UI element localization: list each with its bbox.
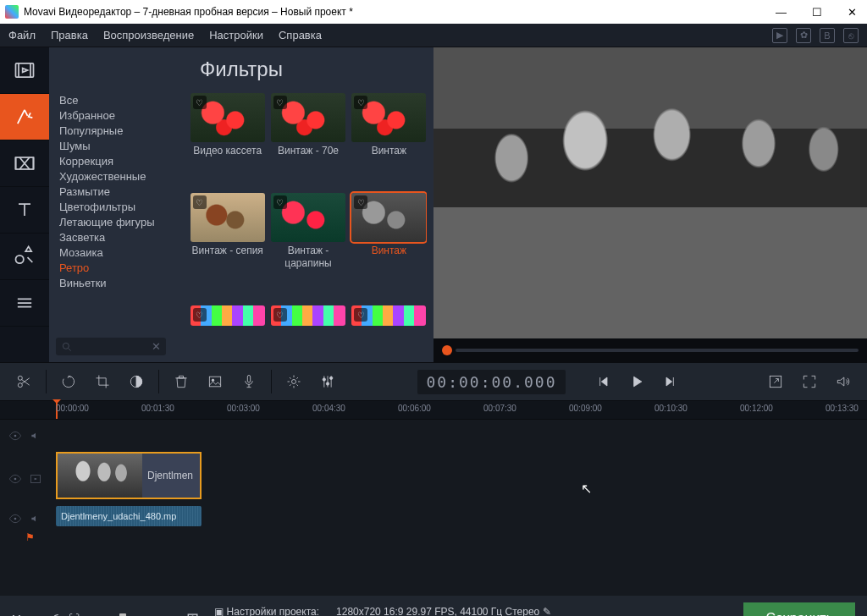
ruler-tick: 00:03:00 [227, 404, 260, 413]
favorite-icon[interactable]: ♡ [193, 195, 207, 209]
volume-button[interactable] [828, 368, 859, 395]
delete-button[interactable] [166, 368, 196, 395]
category-item[interactable]: Засветка [56, 230, 183, 245]
app-logo-icon [5, 5, 19, 19]
filter-item[interactable]: ♡Винтаж [351, 93, 427, 186]
edit-settings-icon[interactable]: ✎ [543, 606, 551, 616]
favorite-icon[interactable]: ♡ [354, 195, 367, 209]
equalizer-button[interactable] [312, 368, 343, 395]
clip-thumbnail [58, 454, 142, 498]
maximize-button[interactable]: ☐ [807, 4, 827, 20]
minimize-button[interactable]: — [770, 4, 792, 20]
audio-clip[interactable]: Djentlmeny_udachi_480.mp [56, 506, 202, 526]
share-icon[interactable]: ⎋ [843, 28, 859, 43]
filter-item[interactable]: ♡ [190, 305, 265, 355]
filter-label: Винтаж [372, 145, 406, 157]
category-item[interactable]: Популярные [56, 124, 183, 138]
tool-more[interactable] [0, 280, 49, 327]
popout-button[interactable] [760, 368, 791, 395]
scrub-track[interactable] [456, 349, 859, 352]
video-track: ★ Djentlmen [0, 452, 867, 506]
category-item[interactable]: Размытие [56, 184, 183, 199]
filter-grid: ♡Видео кассета♡Винтаж - 70е♡Винтаж♡Винта… [183, 93, 427, 355]
close-button[interactable]: ✕ [842, 4, 862, 20]
tool-shapes[interactable] [0, 234, 49, 280]
menu-file[interactable]: Файл [8, 29, 36, 41]
filter-item[interactable]: ♡Видео кассета [190, 93, 265, 186]
tool-filters[interactable] [0, 94, 49, 140]
category-item[interactable]: Художественные [56, 169, 183, 184]
tracks-area: ★ Djentlmen Djentlmeny_udachi_480.mp ⚑ [0, 420, 867, 596]
image-button[interactable] [200, 368, 230, 395]
filter-item[interactable]: ♡Винтаж - 70е [270, 93, 345, 186]
tool-titles[interactable] [0, 187, 49, 234]
playhead-dot-icon[interactable] [442, 345, 452, 355]
zoom-in-icon[interactable]: ⊞ [186, 609, 199, 616]
crop-button[interactable] [87, 368, 118, 395]
filter-item[interactable]: ♡ [351, 305, 427, 355]
next-frame-button[interactable] [655, 368, 686, 395]
ok-icon[interactable]: ✿ [796, 28, 811, 43]
clear-search-icon[interactable]: ✕ [152, 340, 161, 353]
category-item[interactable]: Ретро [56, 261, 183, 275]
timeline-ruler[interactable]: 00:00:0000:01:3000:03:0000:04:3000:06:00… [0, 401, 867, 420]
ruler-tick: 00:01:30 [141, 404, 174, 413]
category-search[interactable]: ✕ [56, 338, 166, 355]
prev-frame-button[interactable] [588, 368, 618, 395]
cut-button[interactable] [8, 368, 39, 395]
timecode-display: 00:00:00.000 [417, 370, 565, 394]
favorite-icon[interactable]: ♡ [273, 308, 287, 322]
category-item[interactable]: Мозаика [56, 245, 183, 260]
record-audio-button[interactable] [234, 368, 264, 395]
svg-point-12 [326, 382, 329, 385]
fullscreen-button[interactable] [794, 368, 825, 395]
rotate-button[interactable] [53, 368, 84, 395]
play-button[interactable] [621, 368, 652, 395]
category-item[interactable]: Виньетки [56, 276, 183, 290]
window-controls: — ☐ ✕ [770, 4, 862, 20]
filter-item[interactable]: ♡Винтаж - сепия [190, 193, 265, 299]
favorite-icon[interactable]: ♡ [354, 308, 367, 322]
svg-point-2 [16, 256, 24, 263]
filter-item[interactable]: ♡ [270, 305, 345, 355]
favorite-icon[interactable]: ♡ [354, 96, 367, 109]
youtube-icon[interactable]: ▶ [772, 28, 787, 43]
tool-media[interactable] [0, 47, 49, 94]
menu-playback[interactable]: Воспроизведение [103, 29, 194, 41]
scrub-bar[interactable] [434, 338, 867, 362]
svg-point-3 [63, 343, 69, 349]
category-item[interactable]: Шумы [56, 139, 183, 153]
clip-settings-button[interactable] [279, 368, 309, 395]
video-clip[interactable]: ★ Djentlmen [56, 452, 202, 499]
search-icon [61, 341, 73, 353]
vk-icon[interactable]: B [820, 28, 835, 43]
filter-label: Винтаж [372, 245, 406, 256]
category-item[interactable]: Цветофильтры [56, 200, 183, 214]
marker-icon[interactable]: ⚑ [25, 531, 35, 543]
filter-label: Винтаж - царапины [270, 245, 345, 269]
category-item[interactable]: Коррекция [56, 154, 183, 168]
favorite-icon[interactable]: ♡ [273, 96, 287, 109]
panel-title: Фильтры [56, 58, 427, 81]
zoom-fit-icon[interactable]: ⛶ [69, 613, 80, 617]
marker-track[interactable]: ⚑ [0, 531, 867, 547]
menu-settings[interactable]: Настройки [209, 29, 263, 41]
menu-help[interactable]: Справка [279, 29, 322, 41]
filter-label: Винтаж - 70е [278, 145, 339, 157]
tool-transitions[interactable] [0, 140, 49, 187]
favorite-icon[interactable]: ♡ [193, 96, 207, 109]
favorite-icon[interactable]: ♡ [193, 308, 207, 322]
svg-point-8 [212, 379, 214, 382]
category-item[interactable]: Летающие фигуры [56, 215, 183, 229]
menu-edit[interactable]: Правка [51, 29, 88, 41]
color-button[interactable] [121, 368, 152, 395]
category-item[interactable]: Все [56, 93, 183, 107]
filter-item[interactable]: ♡Винтаж [351, 193, 427, 299]
video-preview[interactable] [434, 47, 867, 338]
category-item[interactable]: Избранное [56, 108, 183, 123]
statusbar: Масштаб: ⛶ ⊞ ▣ Настройки проекта: 1280x7… [0, 596, 867, 616]
favorite-icon[interactable]: ♡ [273, 195, 287, 209]
titlebar: Movavi Видеоредактор – 7-дневная пробная… [0, 0, 867, 24]
save-button[interactable]: Сохранить [743, 602, 855, 616]
filter-item[interactable]: ♡Винтаж - царапины [270, 193, 345, 299]
